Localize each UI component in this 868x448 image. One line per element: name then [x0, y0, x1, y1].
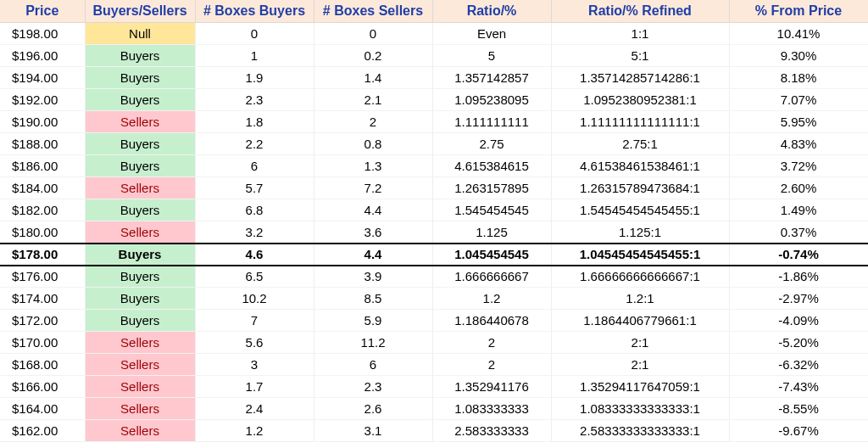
cell-from-price[interactable]: -9.67% [729, 420, 868, 442]
cell-boxes-buyers[interactable]: 1.8 [195, 111, 314, 133]
cell-boxes-sellers[interactable]: 7.2 [314, 177, 432, 199]
cell-boxes-buyers[interactable]: 7 [195, 310, 314, 332]
cell-boxes-buyers[interactable]: 4.6 [195, 244, 314, 266]
cell-boxes-buyers[interactable]: 2.3 [195, 89, 314, 111]
cell-boxes-sellers[interactable]: 4.4 [314, 244, 432, 266]
cell-price[interactable]: $186.00 [0, 155, 85, 177]
cell-side[interactable]: Buyers [85, 244, 195, 266]
cell-from-price[interactable]: -5.20% [729, 332, 868, 354]
table-row[interactable]: $172.00Buyers75.91.1864406781.1864406779… [0, 310, 868, 332]
cell-ratio[interactable]: 1.263157895 [432, 177, 551, 199]
cell-side[interactable]: Sellers [85, 111, 195, 133]
table-row[interactable]: $186.00Buyers61.34.6153846154.6153846153… [0, 155, 868, 177]
cell-ratio-refined[interactable]: 1.1864406779661:1 [551, 310, 729, 332]
cell-from-price[interactable]: 10.41% [729, 23, 868, 45]
cell-boxes-sellers[interactable]: 2 [314, 111, 432, 133]
cell-boxes-buyers[interactable]: 0 [195, 23, 314, 45]
cell-boxes-sellers[interactable]: 3.9 [314, 266, 432, 288]
col-ratio[interactable]: Ratio/% [432, 0, 551, 23]
cell-ratio-refined[interactable]: 2.58333333333333:1 [551, 420, 729, 442]
cell-ratio-refined[interactable]: 4.61538461538461:1 [551, 155, 729, 177]
table-row[interactable]: $194.00Buyers1.91.41.3571428571.35714285… [0, 67, 868, 89]
cell-ratio[interactable]: 2 [432, 332, 551, 354]
col-boxes-sellers[interactable]: # Boxes Sellers [314, 0, 432, 23]
table-row[interactable]: $188.00Buyers2.20.82.752.75:14.83% [0, 133, 868, 155]
cell-from-price[interactable]: 4.83% [729, 133, 868, 155]
cell-boxes-sellers[interactable]: 4.4 [314, 199, 432, 221]
cell-ratio[interactable]: 1.083333333 [432, 398, 551, 420]
cell-boxes-buyers[interactable]: 2.2 [195, 133, 314, 155]
col-price[interactable]: Price [0, 0, 85, 23]
cell-side[interactable]: Buyers [85, 266, 195, 288]
cell-from-price[interactable]: -4.09% [729, 310, 868, 332]
cell-side[interactable]: Buyers [85, 89, 195, 111]
cell-boxes-sellers[interactable]: 2.6 [314, 398, 432, 420]
cell-ratio-refined[interactable]: 1.04545454545455:1 [551, 244, 729, 266]
cell-boxes-buyers[interactable]: 5.6 [195, 332, 314, 354]
cell-boxes-sellers[interactable]: 2.3 [314, 376, 432, 398]
cell-from-price[interactable]: 8.18% [729, 67, 868, 89]
cell-boxes-sellers[interactable]: 0 [314, 23, 432, 45]
cell-side[interactable]: Buyers [85, 310, 195, 332]
cell-ratio[interactable]: 1.2 [432, 288, 551, 310]
col-side[interactable]: Buyers/Sellers [85, 0, 195, 23]
cell-from-price[interactable]: 2.60% [729, 177, 868, 199]
cell-ratio-refined[interactable]: 1.54545454545455:1 [551, 199, 729, 221]
cell-ratio-refined[interactable]: 1.35294117647059:1 [551, 376, 729, 398]
cell-boxes-sellers[interactable]: 0.2 [314, 45, 432, 67]
cell-side[interactable]: Sellers [85, 420, 195, 442]
cell-ratio-refined[interactable]: 1.125:1 [551, 221, 729, 244]
col-ratio-refined[interactable]: Ratio/% Refined [551, 0, 729, 23]
cell-ratio[interactable]: 4.615384615 [432, 155, 551, 177]
cell-boxes-buyers[interactable]: 1.7 [195, 376, 314, 398]
cell-boxes-sellers[interactable]: 1.3 [314, 155, 432, 177]
cell-from-price[interactable]: -2.97% [729, 288, 868, 310]
cell-side[interactable]: Sellers [85, 221, 195, 244]
cell-ratio-refined[interactable]: 1.66666666666667:1 [551, 266, 729, 288]
cell-ratio-refined[interactable]: 1.08333333333333:1 [551, 398, 729, 420]
cell-from-price[interactable]: 3.72% [729, 155, 868, 177]
cell-ratio-refined[interactable]: 1.2:1 [551, 288, 729, 310]
table-row[interactable]: $178.00Buyers4.64.41.0454545451.04545454… [0, 244, 868, 266]
cell-price[interactable]: $194.00 [0, 67, 85, 89]
cell-from-price[interactable]: 5.95% [729, 111, 868, 133]
table-row[interactable]: $170.00Sellers5.611.222:1-5.20% [0, 332, 868, 354]
table-row[interactable]: $176.00Buyers6.53.91.6666666671.66666666… [0, 266, 868, 288]
table-row[interactable]: $168.00Sellers3622:1-6.32% [0, 354, 868, 376]
cell-boxes-sellers[interactable]: 8.5 [314, 288, 432, 310]
cell-boxes-sellers[interactable]: 5.9 [314, 310, 432, 332]
cell-boxes-sellers[interactable]: 0.8 [314, 133, 432, 155]
cell-from-price[interactable]: 7.07% [729, 89, 868, 111]
cell-boxes-buyers[interactable]: 3 [195, 354, 314, 376]
cell-side[interactable]: Buyers [85, 199, 195, 221]
cell-boxes-sellers[interactable]: 6 [314, 354, 432, 376]
cell-ratio[interactable]: 5 [432, 45, 551, 67]
cell-side[interactable]: Sellers [85, 177, 195, 199]
table-row[interactable]: $164.00Sellers2.42.61.0833333331.0833333… [0, 398, 868, 420]
cell-boxes-sellers[interactable]: 11.2 [314, 332, 432, 354]
cell-boxes-buyers[interactable]: 10.2 [195, 288, 314, 310]
table-row[interactable]: $198.00Null00Even1:110.41% [0, 23, 868, 45]
cell-ratio[interactable]: 1.045454545 [432, 244, 551, 266]
cell-price[interactable]: $166.00 [0, 376, 85, 398]
cell-boxes-buyers[interactable]: 6 [195, 155, 314, 177]
cell-ratio-refined[interactable]: 1:1 [551, 23, 729, 45]
cell-price[interactable]: $198.00 [0, 23, 85, 45]
cell-price[interactable]: $190.00 [0, 111, 85, 133]
cell-side[interactable]: Buyers [85, 67, 195, 89]
cell-from-price[interactable]: 1.49% [729, 199, 868, 221]
cell-boxes-buyers[interactable]: 3.2 [195, 221, 314, 244]
cell-ratio-refined[interactable]: 2:1 [551, 332, 729, 354]
cell-boxes-sellers[interactable]: 3.1 [314, 420, 432, 442]
cell-from-price[interactable]: -8.55% [729, 398, 868, 420]
cell-boxes-buyers[interactable]: 6.8 [195, 199, 314, 221]
cell-ratio-refined[interactable]: 2.75:1 [551, 133, 729, 155]
table-row[interactable]: $166.00Sellers1.72.31.3529411761.3529411… [0, 376, 868, 398]
table-row[interactable]: $192.00Buyers2.32.11.0952380951.09523809… [0, 89, 868, 111]
table-row[interactable]: $190.00Sellers1.821.1111111111.111111111… [0, 111, 868, 133]
cell-ratio[interactable]: 2.75 [432, 133, 551, 155]
cell-from-price[interactable]: -1.86% [729, 266, 868, 288]
cell-from-price[interactable]: -6.32% [729, 354, 868, 376]
cell-side[interactable]: Buyers [85, 45, 195, 67]
cell-price[interactable]: $172.00 [0, 310, 85, 332]
